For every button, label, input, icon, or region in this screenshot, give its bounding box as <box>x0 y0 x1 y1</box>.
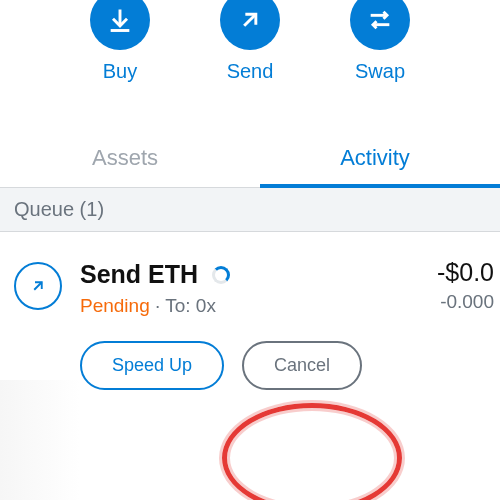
to-label: To: <box>165 295 196 316</box>
swap-icon-circle[interactable] <box>350 0 410 50</box>
arrow-up-right-icon <box>29 277 47 295</box>
send-icon-circle[interactable] <box>220 0 280 50</box>
cancel-button[interactable]: Cancel <box>242 341 362 390</box>
amount-crypto: -0.000 <box>437 291 494 313</box>
tab-activity[interactable]: Activity <box>250 131 500 187</box>
send-label: Send <box>227 60 274 83</box>
swap-action[interactable]: Swap <box>350 0 410 83</box>
transaction-title-row: Send ETH <box>80 260 486 289</box>
transaction-row[interactable]: Send ETH Pending · To: 0x Speed Up Cance… <box>0 232 500 404</box>
tab-bar: Assets Activity <box>0 131 500 188</box>
transaction-icon[interactable] <box>14 262 62 310</box>
annotation-highlight <box>222 403 402 500</box>
tab-assets[interactable]: Assets <box>0 131 250 187</box>
quick-actions-row: Buy Send Swap <box>0 0 500 83</box>
amount-fiat: -$0.0 <box>437 258 494 287</box>
buy-action[interactable]: Buy <box>90 0 150 83</box>
buy-label: Buy <box>103 60 137 83</box>
transaction-status: Pending <box>80 295 150 316</box>
swap-icon <box>366 6 394 34</box>
separator: · <box>150 295 166 316</box>
swap-label: Swap <box>355 60 405 83</box>
transaction-status-row: Pending · To: 0x <box>80 295 486 317</box>
buy-icon-circle[interactable] <box>90 0 150 50</box>
download-icon <box>106 6 134 34</box>
arrow-up-right-icon <box>236 6 264 34</box>
send-action[interactable]: Send <box>220 0 280 83</box>
transaction-body: Send ETH Pending · To: 0x Speed Up Cance… <box>80 260 486 390</box>
speed-up-button[interactable]: Speed Up <box>80 341 224 390</box>
loading-spinner-icon <box>212 266 230 284</box>
transaction-amounts: -$0.0 -0.000 <box>437 258 494 313</box>
queue-header: Queue (1) <box>0 188 500 232</box>
to-address: 0x <box>196 295 216 316</box>
transaction-title: Send ETH <box>80 260 198 289</box>
transaction-buttons: Speed Up Cancel <box>80 341 486 390</box>
